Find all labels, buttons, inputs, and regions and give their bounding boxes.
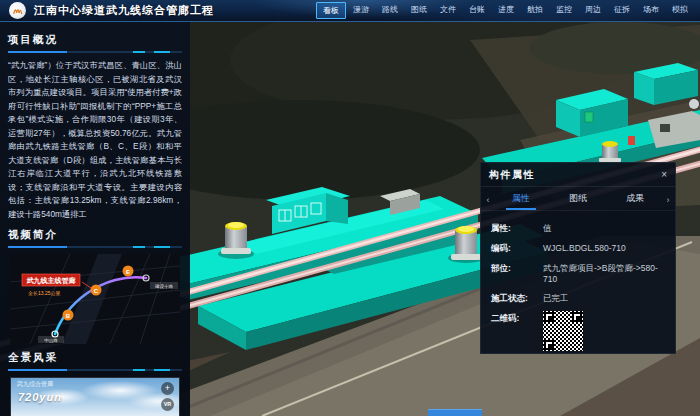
vent-shaft: [599, 141, 621, 162]
panorama-header-text: 武九综合管廊: [17, 380, 53, 389]
main-nav: 看板 漫游 路线 图纸 文件 台账 进度 航拍 监控 周边 征拆 场布 模拟: [316, 2, 700, 19]
nav-item-roam[interactable]: 漫游: [347, 2, 375, 19]
nav-item-files[interactable]: 文件: [434, 2, 462, 19]
field-list: 属性: 值 编码: WJGL.BDGL.580-710 部位: 武九管廊项目->…: [481, 211, 675, 351]
bottom-bar-button[interactable]: [428, 409, 482, 416]
section-divider: [8, 51, 182, 53]
status-marker-green: [585, 112, 593, 122]
chevron-left-icon[interactable]: ‹: [484, 195, 492, 205]
svg-text:C: C: [94, 288, 99, 294]
tab-attributes[interactable]: 属性: [492, 189, 549, 210]
nav-item-simulation[interactable]: 模拟: [666, 2, 694, 19]
section-divider: [8, 246, 182, 248]
route-map-sublabel: 全长13.25公里: [28, 290, 61, 296]
segment-marker-e: E: [123, 266, 134, 277]
overview-section-title: 项目概况: [8, 33, 182, 47]
route-start-label: 中山路: [44, 338, 58, 343]
field-row-attribute: 属性: 值: [491, 223, 665, 235]
nav-item-progress[interactable]: 进度: [492, 2, 520, 19]
field-row-qrcode: 二维码:: [491, 313, 665, 351]
qr-code: [543, 311, 583, 351]
segment-marker-c: C: [91, 285, 102, 296]
overview-body-text: “武九管廊”）位于武汉市武昌区、青山区、洪山区，地处长江主轴核心区，已被湖北省及…: [8, 59, 182, 221]
left-panel: 项目概况 “武九管廊”）位于武汉市武昌区、青山区、洪山区，地处长江主轴核心区，已…: [0, 22, 190, 416]
panorama-widget[interactable]: 武九综合管廊 720yun + VR 武九综合管廊 管廊结构 管廊细节 管廊通风…: [10, 377, 180, 416]
video-section-title: 视频简介: [8, 228, 182, 242]
segment-marker-b: B: [63, 310, 74, 321]
nav-item-kanban[interactable]: 看板: [316, 2, 346, 19]
component-properties-panel: 构件属性 × ‹ 属性 图纸 成果 › 属性: 值 编码: WJGL.BDGL.…: [480, 162, 676, 354]
field-row-location: 部位: 武九管廊项目->B段管廊->580-710: [491, 263, 665, 285]
route-map-label: 武九线主线管廊: [27, 276, 76, 285]
status-marker-red: [628, 136, 635, 145]
nav-item-route[interactable]: 路线: [376, 2, 404, 19]
route-end-label: 建设十路: [154, 283, 174, 289]
nav-item-ledger[interactable]: 台账: [463, 2, 491, 19]
chevron-right-icon[interactable]: ›: [664, 195, 672, 205]
panel-header: 构件属性 ×: [481, 163, 675, 187]
svg-text:E: E: [126, 269, 130, 275]
tab-drawings[interactable]: 图纸: [549, 189, 606, 210]
nav-item-surroundings[interactable]: 周边: [579, 2, 607, 19]
nav-item-aerial[interactable]: 航拍: [521, 2, 549, 19]
app-logo-icon: [9, 2, 26, 19]
nav-item-drawings[interactable]: 图纸: [405, 2, 433, 19]
svg-text:B: B: [66, 313, 71, 319]
construction-status-value: 已完工: [543, 293, 569, 304]
panel-title: 构件属性: [489, 168, 535, 182]
tab-results[interactable]: 成果: [607, 189, 664, 210]
panel-tabs: ‹ 属性 图纸 成果 ›: [481, 187, 675, 211]
panorama-watermark: 720yun: [18, 391, 62, 403]
close-icon[interactable]: ×: [661, 170, 667, 180]
video-thumbnail[interactable]: 武九线主线管廊 全长13.25公里 B C E 中山路 建设十路: [10, 254, 180, 344]
nav-item-demolition[interactable]: 征拆: [608, 2, 636, 19]
field-row-code: 编码: WJGL.BDGL.580-710: [491, 243, 665, 255]
page-title: 江南中心绿道武九线综合管廊工程: [34, 3, 214, 18]
route-map-image: 武九线主线管廊 全长13.25公里 B C E 中山路 建设十路: [10, 254, 180, 344]
field-row-status: 施工状态: 已完工: [491, 293, 665, 305]
top-bar: 江南中心绿道武九线综合管廊工程 看板 漫游 路线 图纸 文件 台账 进度 航拍 …: [0, 0, 700, 22]
section-divider: [8, 369, 182, 371]
nav-item-site-layout[interactable]: 场布: [637, 2, 665, 19]
nav-item-monitoring[interactable]: 监控: [550, 2, 578, 19]
panorama-section-title: 全景风采: [8, 351, 182, 365]
